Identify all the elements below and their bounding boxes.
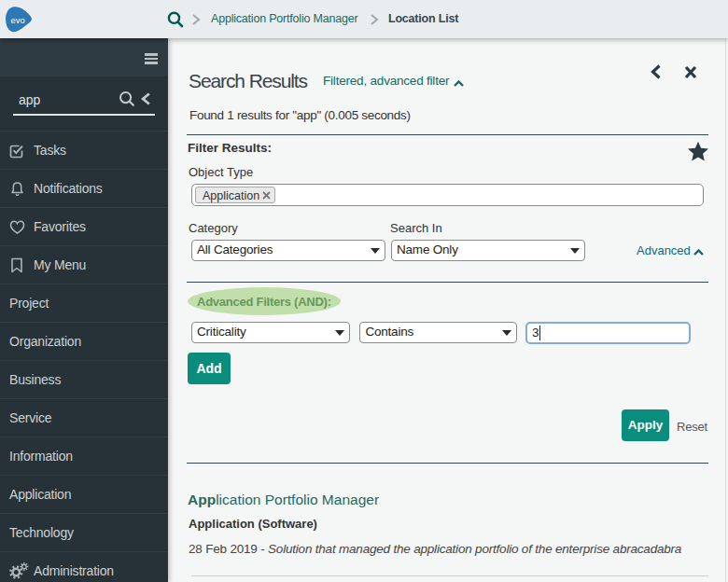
svg-text:evo: evo [11,15,25,25]
